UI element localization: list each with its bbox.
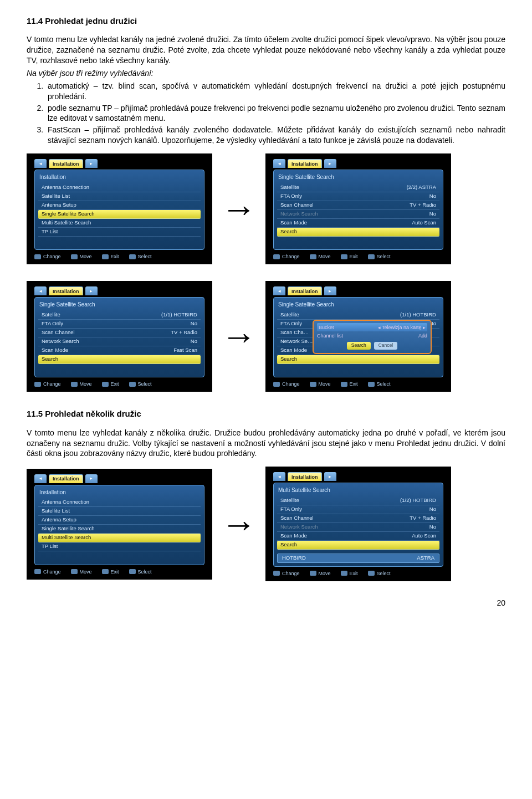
key-icon [129, 254, 136, 259]
field-scan-channel[interactable]: Scan ChannelTV + Radio [277, 201, 439, 210]
tab-installation[interactable]: Installation [288, 472, 322, 481]
figure-row-3: ◂ Installation ▸ Installation Antenna Co… [27, 467, 505, 581]
field-fta-only[interactable]: FTA OnlyNo [277, 192, 439, 201]
tab-installation[interactable]: Installation [49, 159, 83, 168]
fastscan-popup: Bucket ◂ Telewizja na kartę ▸ Channel li… [313, 320, 432, 354]
para-11-4-intro: V tomto menu lze vyhledat kanály na jedn… [27, 34, 505, 66]
arrow-icon: → [222, 506, 255, 542]
popup-search-button[interactable]: Search [347, 342, 371, 349]
key-icon [310, 254, 316, 259]
key-icon [71, 254, 78, 259]
panel-title: Single Satellite Search [278, 173, 439, 181]
tab-stub-right: ▸ [324, 472, 336, 481]
field-satellite[interactable]: Satellite(2/2) ASTRA [277, 183, 439, 192]
key-icon [102, 569, 109, 574]
screen-installation-menu-sss: ◂ Installation ▸ Installation Antenna Co… [27, 153, 212, 264]
mode-2: podle seznamu TP – přijímač prohledává p… [45, 103, 505, 124]
action-search[interactable]: Search [277, 541, 439, 550]
footer-hints: Change Move Exit Select [34, 568, 204, 575]
tab-stub-right: ▸ [85, 159, 98, 168]
menu-item-multi-satellite-search[interactable]: Multi Satellite Search [38, 534, 201, 542]
menu-item-single-satellite-search[interactable]: Single Satellite Search [38, 210, 201, 219]
field-network-search: Network SearchNo [277, 210, 439, 219]
key-icon [34, 382, 41, 387]
satellite-list-footer: HOTBIRDASTRA [277, 554, 439, 563]
tab-stub-right: ▸ [85, 286, 98, 295]
field-satellite[interactable]: Satellite(1/2) HOTBIRD [277, 496, 439, 505]
popup-field-bucket[interactable]: Bucket ◂ Telewizja na kartę ▸ [317, 323, 427, 331]
screen-installation-menu-mss: ◂ Installation ▸ Installation Antenna Co… [27, 469, 212, 580]
menu-item-antenna-setup[interactable]: Antenna Setup [38, 201, 201, 210]
menu-item-antenna-setup[interactable]: Antenna Setup [38, 516, 201, 525]
mode-3: FastScan – přijímač prohledává kanály zv… [45, 125, 505, 146]
menu-item-antenna-connection[interactable]: Antenna Connection [38, 183, 201, 192]
tab-installation[interactable]: Installation [49, 474, 83, 483]
tab-installation[interactable]: Installation [288, 286, 322, 295]
panel-title: Installation [39, 489, 201, 496]
panel-title: Multi Satellite Search [278, 486, 439, 494]
key-icon [34, 254, 41, 259]
arrow-icon: → [222, 191, 255, 227]
figure-row-1: ◂ Installation ▸ Installation Antenna Co… [27, 153, 505, 264]
tab-stub-right: ▸ [324, 286, 336, 295]
menu-item-satellite-list[interactable]: Satellite List [38, 507, 201, 516]
para-11-5: V tomto menu lze vyhledat kanály z někol… [27, 428, 505, 459]
key-icon [341, 571, 347, 576]
popup-field-channel-list[interactable]: Channel list Add [317, 331, 427, 340]
field-scan-mode[interactable]: Scan ModeFast Scan [38, 346, 201, 355]
key-icon [273, 254, 280, 259]
footer-hints: Change Move Exit Select [34, 381, 204, 387]
key-icon [102, 382, 109, 387]
arrow-icon: → [222, 319, 255, 354]
field-fta-only[interactable]: FTA OnlyNo [277, 505, 439, 514]
footer-hints: Change Move Exit Select [273, 381, 443, 387]
field-scan-mode[interactable]: Scan ModeAuto Scan [277, 219, 439, 228]
footer-hints: Change Move Exit Select [273, 253, 443, 260]
action-search[interactable]: Search [277, 355, 439, 364]
field-fta-only[interactable]: FTA OnlyNo [38, 320, 201, 329]
menu-item-single-satellite-search[interactable]: Single Satellite Search [38, 525, 201, 534]
field-satellite[interactable]: Satellite(1/1) HOTBIRD [277, 311, 439, 320]
panel-title: Installation [39, 173, 201, 181]
modes-list: automatický – tzv. blind scan, spočívá v… [45, 81, 505, 146]
key-icon [273, 571, 280, 576]
menu-item-multi-satellite-search[interactable]: Multi Satellite Search [38, 219, 201, 228]
field-network-search: Network SearchNo [277, 523, 439, 532]
screen-sss-fastscan: ◂ Installation ▸ Single Satellite Search… [27, 281, 212, 392]
footer-hints: Change Move Exit Select [273, 570, 443, 577]
action-search[interactable]: Search [38, 355, 201, 364]
tab-installation[interactable]: Installation [49, 286, 83, 295]
key-icon [71, 382, 78, 387]
tab-stub-left: ◂ [273, 286, 285, 295]
action-search[interactable]: Search [277, 228, 439, 237]
key-icon [129, 569, 136, 574]
field-scan-mode[interactable]: Scan ModeAuto Scan [277, 532, 439, 541]
key-icon [273, 382, 280, 387]
key-icon [368, 254, 375, 259]
panel-title: Single Satellite Search [278, 301, 439, 309]
footer-hints: Change Move Exit Select [34, 253, 204, 260]
key-icon [341, 254, 347, 259]
key-icon [129, 382, 136, 387]
popup-cancel-button[interactable]: Cancel [374, 342, 397, 349]
menu-item-tp-list[interactable]: TP List [38, 542, 201, 551]
field-satellite[interactable]: Satellite(1/1) HOTBIRD [38, 311, 201, 320]
key-icon [102, 254, 109, 259]
key-icon [310, 571, 316, 576]
menu-item-tp-list[interactable]: TP List [38, 228, 201, 237]
field-scan-channel[interactable]: Scan ChannelTV + Radio [38, 329, 201, 337]
tab-stub-left: ◂ [34, 159, 47, 168]
key-icon [368, 382, 375, 387]
menu-item-antenna-connection[interactable]: Antenna Connection [38, 498, 201, 507]
menu-item-satellite-list[interactable]: Satellite List [38, 192, 201, 201]
heading-11-4: 11.4 Prohledat jednu družici [27, 16, 505, 27]
screen-sss-autoscan: ◂ Installation ▸ Single Satellite Search… [265, 153, 451, 264]
key-icon [341, 382, 347, 387]
key-icon [71, 569, 78, 574]
modes-intro: Na výběr jsou tři režimy vyhledávání: [27, 68, 505, 79]
panel-title: Single Satellite Search [39, 301, 201, 309]
field-network-search[interactable]: Network SearchNo [38, 337, 201, 346]
key-icon [310, 382, 316, 387]
field-scan-channel[interactable]: Scan ChannelTV + Radio [277, 514, 439, 523]
tab-installation[interactable]: Installation [288, 159, 322, 168]
